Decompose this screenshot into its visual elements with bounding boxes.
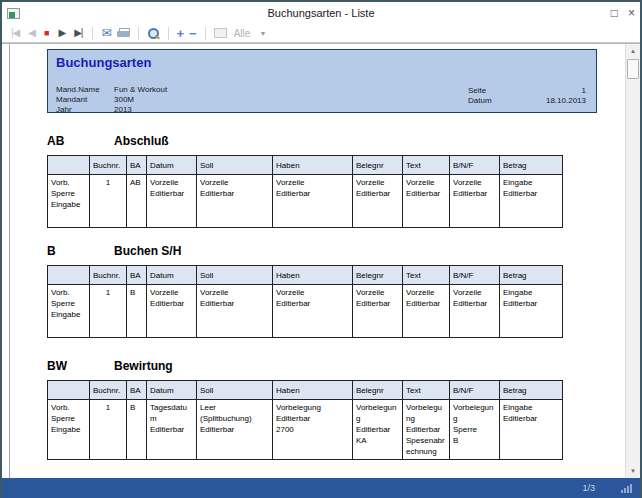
section-heading: AB Abschluß <box>47 134 625 148</box>
status-bar: 1/3 <box>2 478 640 498</box>
toolbar-separator <box>205 27 206 40</box>
vertical-scrollbar[interactable]: ▲ ▼ <box>625 44 640 478</box>
table-cell: Vorb. Sperre Eingabe <box>48 175 90 228</box>
table-cell: B <box>127 285 147 338</box>
seite-value: 1 <box>582 86 586 96</box>
table-cell: 1 <box>90 285 127 338</box>
toolbar: |◀ ◀ ■ ▶ ▶| ✉ + − Alle ▼ <box>2 24 640 43</box>
next-page-button[interactable]: ▶ <box>56 27 67 39</box>
app-window-icon[interactable] <box>7 8 20 19</box>
col-header-betrag: Betrag <box>500 266 563 285</box>
col-header-soll: Soll <box>197 381 273 400</box>
section-name: Bewirtung <box>114 359 173 373</box>
col-header-belegnr: Belegnr <box>353 266 403 285</box>
col-header-haben: Haben <box>273 156 353 175</box>
table-cell: B <box>127 400 147 460</box>
col-header-blank <box>48 266 90 285</box>
table-cell: Vorbelegung Editierbar Spesenabrechnung <box>403 400 450 460</box>
table-cell: Vorzeile Editierbar <box>403 285 450 338</box>
mandant-value: 300M <box>114 95 134 105</box>
table-cell: Vorzeile Editierbar <box>147 285 197 338</box>
col-header-soll: Soll <box>197 156 273 175</box>
jahr-value: 2013 <box>114 105 132 115</box>
col-header-bnf: B/N/F <box>450 381 500 400</box>
col-header-text: Text <box>403 156 450 175</box>
table-header-row: Buchnr. BA Datum Soll Haben Belegnr Text… <box>48 381 563 400</box>
seite-label: Seite <box>468 86 486 96</box>
section-heading: BW Bewirtung <box>47 359 625 373</box>
toolbar-separator <box>138 27 139 40</box>
print-preview-area: Buchungsarten Mand.Name Fun & Workout Ma… <box>2 43 640 478</box>
section-name: Abschluß <box>114 134 169 148</box>
section-code: B <box>47 244 114 258</box>
previous-page-button[interactable]: ◀ <box>26 27 37 39</box>
table-header-row: Buchnr. BA Datum Soll Haben Belegnr Text… <box>48 266 563 285</box>
zoom-out-button[interactable]: − <box>189 27 197 40</box>
report-section-b: B Buchen S/H Buchnr. BA Datum <box>47 244 625 338</box>
table-cell: Vorzeile Editierbar <box>353 175 403 228</box>
zoom-icon[interactable] <box>147 27 160 40</box>
table-cell: Tagesdatum Editierbar <box>147 400 197 460</box>
report-page: Buchungsarten Mand.Name Fun & Workout Ma… <box>9 44 625 478</box>
col-header-soll: Soll <box>197 266 273 285</box>
window-title: Buchungsarten - Liste <box>2 7 640 19</box>
first-page-button[interactable]: |◀ <box>9 27 21 39</box>
table-cell: 1 <box>90 175 127 228</box>
col-header-ba: BA <box>127 266 147 285</box>
col-header-text: Text <box>403 381 450 400</box>
table-cell: Vorzeile Editierbar <box>450 285 500 338</box>
datum-label: Datum <box>468 96 492 106</box>
section-name: Buchen S/H <box>114 244 181 258</box>
table-cell: Vorb. Sperre Eingabe <box>48 285 90 338</box>
print-icon[interactable] <box>117 28 130 38</box>
table-header-row: Buchnr. BA Datum Soll Haben Belegnr Text… <box>48 156 563 175</box>
booking-type-table: Buchnr. BA Datum Soll Haben Belegnr Text… <box>47 155 563 228</box>
table-cell: Vorbelegung Editierbar 2700 <box>273 400 353 460</box>
email-export-icon[interactable]: ✉ <box>101 27 111 39</box>
scrollbar-thumb[interactable] <box>627 59 639 79</box>
col-header-ba: BA <box>127 156 147 175</box>
chevron-down-icon[interactable]: ▼ <box>259 30 266 37</box>
col-header-bnf: B/N/F <box>450 156 500 175</box>
table-cell: Eingabe Editierbar <box>500 285 563 338</box>
col-header-datum: Datum <box>147 266 197 285</box>
table-cell: Vorzeile Editierbar <box>197 175 273 228</box>
col-header-buchnr: Buchnr. <box>90 381 127 400</box>
col-header-betrag: Betrag <box>500 381 563 400</box>
scroll-up-icon[interactable]: ▲ <box>626 44 640 58</box>
table-row: Vorb. Sperre Eingabe 1 B Vorzeile Editie… <box>48 285 563 338</box>
last-page-button[interactable]: ▶| <box>72 27 84 39</box>
table-cell: Vorzeile Editierbar <box>353 285 403 338</box>
table-cell: Vorzeile Editierbar <box>273 175 353 228</box>
stop-button[interactable]: ■ <box>42 27 51 39</box>
table-row: Vorb. Sperre Eingabe 1 B Tagesdatum Edit… <box>48 400 563 460</box>
scroll-down-icon[interactable]: ▼ <box>626 464 640 478</box>
toolbar-separator <box>168 27 169 40</box>
zoom-in-button[interactable]: + <box>177 27 185 40</box>
booking-type-table: Buchnr. BA Datum Soll Haben Belegnr Text… <box>47 265 563 338</box>
col-header-belegnr: Belegnr <box>353 156 403 175</box>
table-row: Vorb. Sperre Eingabe 1 AB Vorzeile Editi… <box>48 175 563 228</box>
close-button[interactable]: × <box>628 6 635 20</box>
scrollbar-track[interactable] <box>626 80 640 464</box>
col-header-buchnr: Buchnr. <box>90 266 127 285</box>
table-cell: Vorzeile Editierbar <box>450 175 500 228</box>
col-header-haben: Haben <box>273 266 353 285</box>
col-header-datum: Datum <box>147 156 197 175</box>
page-filter-dropdown[interactable]: Alle <box>234 28 251 39</box>
col-header-blank <box>48 156 90 175</box>
jahr-label: Jahr <box>56 105 114 115</box>
section-code: AB <box>47 134 114 148</box>
col-header-betrag: Betrag <box>500 156 563 175</box>
maximize-button[interactable]: □ <box>611 6 618 20</box>
image-icon[interactable] <box>214 28 227 38</box>
section-heading: B Buchen S/H <box>47 244 625 258</box>
section-code: BW <box>47 359 114 373</box>
table-cell: AB <box>127 175 147 228</box>
resize-grip-icon[interactable] <box>621 483 632 493</box>
col-header-datum: Datum <box>147 381 197 400</box>
table-cell: Vorb. Sperre Eingabe <box>48 400 90 460</box>
table-cell: Vorbelegung Editierbar KA <box>353 400 403 460</box>
table-cell: Vorzeile Editierbar <box>273 285 353 338</box>
report-section-ab: AB Abschluß Buchnr. BA Datum <box>47 134 625 228</box>
